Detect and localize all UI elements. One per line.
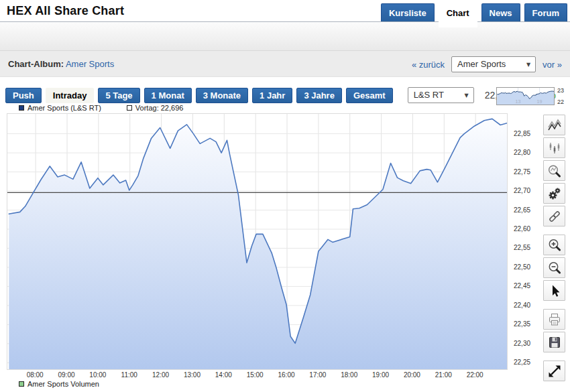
y-tick-label: 22,35	[514, 320, 530, 328]
volume-legend-label: Amer Sports Volumen	[27, 380, 99, 388]
x-tick-label: 20:00	[400, 371, 424, 379]
y-tick-label: 22,40	[514, 302, 530, 309]
range-button-5-tage[interactable]: 5 Tage	[98, 88, 139, 103]
link-icon[interactable]	[543, 206, 565, 226]
y-tick-label: 22,70	[514, 187, 530, 194]
x-tick-label: 18:00	[337, 371, 361, 379]
volume-legend: Amer Sports Volumen	[19, 380, 99, 388]
range-button-1-monat[interactable]: 1 Monat	[144, 88, 192, 103]
chart-album-group: Chart-Album: Amer Sports	[8, 59, 114, 69]
x-tick-label: 16:00	[274, 371, 298, 379]
series-legend-label: Amer Sports (L&S RT)	[27, 104, 101, 112]
x-tick-label: 21:00	[431, 371, 455, 379]
tab-chart[interactable]: Chart	[439, 3, 477, 27]
range-button-1-jahr[interactable]: 1 Jahr	[252, 88, 292, 103]
page-title: HEX All Share Chart	[7, 4, 124, 18]
y-tick-label: 22,80	[514, 149, 530, 156]
x-tick-label: 14:00	[211, 371, 235, 379]
zoom-out-icon[interactable]	[543, 257, 565, 278]
x-tick-label: 09:00	[54, 371, 78, 379]
print-icon-glyph	[547, 312, 563, 328]
mini-chart-inner-label: 19	[537, 99, 543, 104]
y-tick-label: 22,25	[514, 358, 530, 366]
y-tick-label: 22,65	[514, 206, 530, 214]
x-tick-label: 22:00	[463, 371, 487, 379]
zoom-in-icon-glyph	[547, 237, 563, 253]
source-select-value: L&S RT	[414, 90, 444, 100]
chart-plot-area[interactable]	[7, 113, 508, 370]
range-button-3-jahre[interactable]: 3 Jahre	[296, 88, 342, 103]
y-axis: 22,8522,8022,7522,7022,6522,6022,5522,50…	[512, 113, 539, 370]
legend-item-series: Amer Sports (L&S RT)	[19, 104, 101, 112]
y-tick-label: 22,50	[514, 263, 530, 271]
mini-chart: 1319	[496, 87, 555, 105]
back-link[interactable]: « zurück	[412, 60, 445, 70]
line-style-icon[interactable]	[543, 115, 565, 135]
x-tick-label: 08:00	[23, 371, 47, 379]
album-select[interactable]: Amer Sports	[451, 56, 536, 72]
x-tick-label: 12:00	[149, 371, 173, 379]
chart-album-bar: Chart-Album: Amer Sports « zurück Amer S…	[0, 50, 570, 77]
mini-chart-inner-label: 13	[516, 99, 521, 104]
save-icon-glyph	[547, 334, 563, 350]
tab-news[interactable]: News	[481, 3, 520, 21]
candlestick-icon-glyph	[547, 140, 563, 156]
header-bar: HEX All Share Chart KurslisteChartNewsFo…	[0, 0, 570, 22]
series-marker	[19, 105, 24, 111]
y-tick-label: 22,85	[514, 130, 530, 137]
x-tick-label: 10:00	[86, 371, 110, 379]
mini-chart-ylabel-top: 23	[557, 87, 564, 94]
range-button-group: PushIntraday5 Tage1 Monat3 Monate1 Jahr3…	[5, 88, 397, 103]
range-button-push[interactable]: Push	[5, 88, 42, 103]
y-tick-label: 22,60	[514, 225, 530, 233]
zoom-in-icon[interactable]	[543, 235, 565, 255]
fullscreen-icon[interactable]	[543, 361, 565, 381]
chart-toolbar	[543, 115, 566, 383]
print-icon[interactable]	[543, 309, 565, 330]
range-button-3-monate[interactable]: 3 Monate	[196, 88, 248, 103]
y-tick-label: 22,45	[514, 282, 530, 289]
mini-chart-canvas	[497, 88, 554, 105]
previous-close-marker	[127, 105, 132, 111]
x-tick-label: 19:00	[369, 371, 393, 379]
x-tick-label: 11:00	[117, 371, 141, 379]
toolbar-gap	[543, 303, 566, 309]
range-button-intraday[interactable]: Intraday	[46, 88, 95, 103]
mini-chart-ylabel-bottom: 22	[557, 99, 564, 105]
y-tick-label: 22,30	[514, 340, 530, 347]
save-icon[interactable]	[543, 332, 565, 352]
y-tick-label: 22,55	[514, 244, 530, 251]
settings-icon[interactable]	[543, 183, 565, 204]
tab-forum[interactable]: Forum	[524, 3, 567, 21]
y-tick-label: 22,75	[514, 168, 530, 176]
previous-close-label: Vortag: 22,696	[135, 104, 184, 112]
header-band	[0, 23, 570, 50]
tab-kursliste[interactable]: Kursliste	[381, 3, 435, 21]
legend-item-vortag: Vortag: 22,696	[127, 104, 184, 112]
x-tick-label: 15:00	[243, 371, 267, 379]
candlestick-icon[interactable]	[543, 137, 565, 158]
toolbar-gap	[543, 354, 566, 361]
chart-legend: Amer Sports (L&S RT) Vortag: 22,696	[19, 104, 209, 112]
volume-marker	[19, 381, 24, 387]
chart-canvas	[7, 114, 507, 369]
chart-zoom-icon[interactable]	[543, 160, 565, 181]
source-select[interactable]: L&S RT	[408, 87, 474, 103]
x-tick-label: 13:00	[180, 371, 204, 379]
cursor-icon[interactable]	[543, 280, 565, 301]
toolbar-gap	[543, 228, 566, 235]
album-select-value: Amer Sports	[457, 59, 506, 69]
album-nav-group: « zurück Amer Sports vor »	[412, 56, 562, 72]
chart-album-label: Chart-Album:	[8, 59, 64, 69]
settings-icon-glyph	[547, 186, 563, 202]
cursor-icon-glyph	[547, 283, 563, 299]
chart-zoom-icon-glyph	[547, 163, 563, 179]
range-button-gesamt[interactable]: Gesamt	[346, 88, 393, 103]
chart-album-link[interactable]: Amer Sports	[66, 59, 114, 69]
x-axis: 08:0009:0010:0011:0012:0013:0014:0015:00…	[7, 371, 508, 380]
controls-row: PushIntraday5 Tage1 Monat3 Monate1 Jahr3…	[5, 87, 556, 103]
zoom-out-icon-glyph	[547, 260, 563, 276]
line-style-icon-glyph	[547, 117, 563, 133]
forward-link[interactable]: vor »	[543, 60, 562, 70]
x-tick-label: 17:00	[306, 371, 330, 379]
